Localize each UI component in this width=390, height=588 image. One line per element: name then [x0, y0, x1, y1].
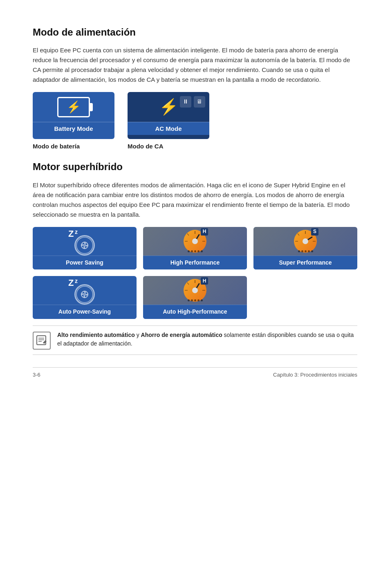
auto-high-perf-dial: H [179, 276, 211, 305]
power-saving-box: Z z Power Saving [33, 227, 137, 270]
section1-body: El equipo Eee PC cuenta con un sistema d… [33, 45, 357, 85]
battery-bolt-icon: ⚡ [67, 98, 81, 116]
note-box: Alto rendimiento automático y Ahorro de … [33, 325, 357, 355]
chapter-label: Capítulo 3: Procedimientos iniciales [273, 371, 357, 379]
svg-line-20 [187, 283, 189, 285]
super-performance-label: Super Performance [253, 256, 357, 270]
ac-mode-label: AC Mode [128, 122, 209, 135]
dial-dots [188, 250, 203, 252]
ac-mode-icon-area: ⏸ 🖥 ⚡ [128, 92, 209, 122]
section1-title: Modo de alimentación [33, 25, 357, 40]
high-performance-icon-area: H [143, 227, 247, 256]
super-perf-dial: S [289, 227, 322, 256]
dot1 [188, 250, 190, 252]
ac-top-icons: ⏸ 🖥 [180, 96, 205, 108]
page-footer: 3-6 Capítulo 3: Procedimientos iniciales [33, 367, 357, 379]
svg-point-15 [303, 238, 308, 244]
s-badge: S [311, 228, 318, 236]
ac-mode-box: ⏸ 🖥 ⚡ AC Mode [128, 92, 209, 139]
she-grid-row2: Z z Auto Power-Saving [33, 276, 357, 319]
dot4 [197, 250, 199, 252]
z-letters: Z z [68, 227, 74, 241]
fan-circle [74, 235, 95, 256]
auto-high-performance-box: H Auto High-Performance [143, 276, 247, 319]
mode-images-row: ⚡ Battery Mode Modo de batería ⏸ 🖥 ⚡ AC … [33, 92, 357, 151]
super-dial-outer: S [294, 230, 317, 253]
super-performance-icon-area: S [253, 227, 357, 256]
ahdot5 [201, 299, 203, 301]
auto-high-performance-label: Auto High-Performance [143, 305, 247, 319]
ac-mode-block: ⏸ 🖥 ⚡ AC Mode Modo de CA [128, 92, 209, 151]
note-connector: y [135, 332, 141, 338]
dot3 [194, 250, 196, 252]
dot2 [191, 250, 193, 252]
auto-high-perf-icon-area: H [143, 276, 247, 305]
ac-mode-caption: Modo de CA [128, 141, 164, 151]
power-saving-icon-area: Z z [33, 227, 137, 256]
auto-z-letters: Z z [68, 276, 74, 290]
battery-mode-label: Battery Mode [33, 122, 114, 135]
sdot3 [305, 250, 307, 252]
note-strong2: Ahorro de energía automático [141, 332, 222, 338]
battery-icon: ⚡ [57, 97, 90, 117]
svg-point-24 [192, 287, 198, 293]
ahdot3 [194, 299, 196, 301]
ac-bolt-icon: ⚡ [159, 95, 178, 119]
note-pencil-icon [36, 334, 48, 347]
battery-mode-icon-area: ⚡ [33, 92, 114, 122]
auto-high-dots [188, 299, 203, 301]
sdot2 [301, 250, 303, 252]
section2-body: El Motor superhíbrido ofrece diferentes … [33, 180, 357, 220]
battery-mode-block: ⚡ Battery Mode Modo de batería [33, 92, 114, 151]
sdot5 [311, 250, 313, 252]
pause-icon: ⏸ [180, 96, 191, 108]
sdot1 [298, 250, 300, 252]
ahdot4 [197, 299, 199, 301]
svg-line-11 [298, 233, 299, 236]
note-strong1: Alto rendimiento automático [57, 332, 135, 338]
ahdot2 [191, 299, 193, 301]
super-dial-dots [298, 250, 313, 252]
dial-outer: H [184, 230, 206, 253]
high-perf-dial: H [179, 227, 211, 256]
battery-mode-box: ⚡ Battery Mode [33, 92, 114, 139]
dot5 [201, 250, 203, 252]
auto-power-saving-box: Z z Auto Power-Saving [33, 276, 137, 319]
z-small: z [75, 228, 78, 237]
note-icon [33, 332, 51, 350]
auto-h-badge: H [201, 277, 208, 285]
svg-point-8 [192, 238, 198, 244]
empty-cell [253, 276, 357, 319]
z-big: Z [68, 229, 74, 239]
page-number: 3-6 [33, 371, 40, 379]
auto-power-saving-icon-area: Z z [33, 276, 137, 305]
auto-high-dial-outer: H [184, 279, 206, 302]
battery-mode-caption: Modo de batería [33, 141, 80, 151]
svg-line-4 [187, 233, 189, 236]
h-badge: H [201, 228, 208, 236]
super-performance-box: S Super Performance [253, 227, 357, 270]
high-performance-box: H High Performance [143, 227, 247, 270]
section2-title: Motor superhíbrido [33, 159, 357, 174]
fan-svg [76, 236, 94, 254]
auto-fan-svg [76, 285, 94, 303]
auto-z-small: z [75, 277, 78, 286]
sdot4 [308, 250, 310, 252]
screen-icon: 🖥 [194, 96, 205, 108]
power-saving-label: Power Saving [33, 256, 137, 270]
note-text: Alto rendimiento automático y Ahorro de … [57, 331, 357, 348]
high-performance-label: High Performance [143, 256, 247, 270]
ahdot1 [188, 299, 190, 301]
auto-power-saving-label: Auto Power-Saving [33, 305, 137, 319]
power-saving-icon: Z z [68, 227, 101, 256]
she-grid-row1: Z z Power Saving [33, 227, 357, 270]
auto-z-big: Z [68, 278, 74, 288]
auto-fan-circle [74, 284, 95, 305]
auto-power-saving-icon: Z z [68, 276, 101, 305]
